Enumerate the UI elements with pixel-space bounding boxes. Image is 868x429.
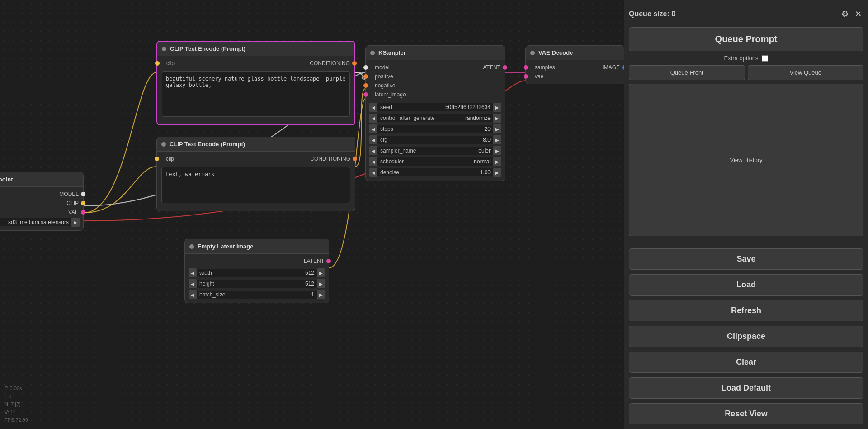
canvas-area[interactable]: ad Checkpoint MODEL CLIP VAE ckpt_name s… bbox=[0, 0, 624, 429]
ksampler-cfg-decr[interactable]: ◀ bbox=[369, 135, 377, 144]
extra-options-label: Extra options bbox=[724, 55, 759, 62]
ksampler-latent-output[interactable] bbox=[503, 65, 507, 70]
right-panel: Queue size: 0 ⚙ ✕ Queue Prompt Extra opt… bbox=[624, 0, 868, 429]
vae-decode-vae-port: vae bbox=[526, 72, 624, 81]
panel-header: Queue size: 0 ⚙ ✕ bbox=[629, 5, 863, 24]
clip-negative-clip-input[interactable] bbox=[155, 157, 159, 161]
latent-batch-incr[interactable]: ▶ bbox=[317, 290, 325, 299]
latent-height-incr[interactable]: ▶ bbox=[317, 279, 325, 288]
separator-1 bbox=[629, 242, 863, 242]
checkpoint-param-btn[interactable]: ▶ bbox=[71, 218, 80, 227]
latent-height-row: ◀ height 512 ▶ bbox=[185, 278, 329, 289]
clipspace-button[interactable]: Clipspace bbox=[629, 326, 863, 347]
vae-decode-header: VAE Decode bbox=[526, 46, 624, 60]
ksampler-cfg-incr[interactable]: ▶ bbox=[493, 135, 501, 144]
view-queue-button[interactable]: View Queue bbox=[748, 65, 864, 80]
ksampler-sampler-inner: sampler_name euler bbox=[377, 147, 493, 155]
close-icon-button[interactable]: ✕ bbox=[853, 7, 863, 21]
latent-width-decr[interactable]: ◀ bbox=[189, 268, 197, 277]
ksampler-latent-image-label: latent_image bbox=[375, 91, 406, 98]
latent-width-value: 512 bbox=[257, 270, 314, 276]
ksampler-positive-input[interactable] bbox=[363, 74, 368, 79]
ksampler-model-input[interactable] bbox=[363, 65, 368, 70]
ksampler-control-inner: control_after_generate randomize bbox=[377, 114, 493, 122]
clip-negative-body: clip CONDITIONING text, watermark bbox=[157, 152, 355, 211]
clip-negative-title: CLIP Text Encode (Prompt) bbox=[170, 141, 245, 148]
reset-view-button[interactable]: Reset View bbox=[629, 403, 863, 424]
checkpoint-title: ad Checkpoint bbox=[0, 176, 13, 183]
vae-decode-image-label: IMAGE bbox=[602, 64, 620, 71]
ksampler-sampler-incr[interactable]: ▶ bbox=[493, 146, 501, 155]
refresh-button[interactable]: Refresh bbox=[629, 300, 863, 321]
extra-options-checkbox[interactable] bbox=[762, 55, 768, 62]
clip-negative-conditioning-output[interactable] bbox=[353, 157, 357, 161]
checkpoint-vae-port: VAE bbox=[0, 208, 83, 217]
ksampler-scheduler-incr[interactable]: ▶ bbox=[493, 157, 501, 166]
stat-v: V: 14 bbox=[5, 409, 28, 417]
latent-output-dot[interactable] bbox=[326, 259, 331, 263]
panel-top-btns: Queue Front View Queue bbox=[629, 65, 863, 80]
ksampler-scheduler-label: scheduler bbox=[380, 158, 435, 165]
ksampler-sampler-label: sampler_name bbox=[380, 148, 435, 154]
latent-height-inner: height 512 bbox=[197, 280, 317, 288]
queue-prompt-button[interactable]: Queue Prompt bbox=[629, 27, 863, 51]
vae-decode-samples-input[interactable] bbox=[524, 65, 528, 70]
ksampler-latent-image-input[interactable] bbox=[363, 92, 368, 97]
ksampler-control-incr[interactable]: ▶ bbox=[493, 114, 501, 123]
vae-decode-node: VAE Decode samples IMAGE vae bbox=[525, 45, 625, 84]
ksampler-steps-inner: steps 20 bbox=[377, 125, 493, 133]
clear-button[interactable]: Clear bbox=[629, 352, 863, 373]
checkpoint-vae-dot[interactable] bbox=[81, 210, 85, 214]
clip-positive-conditioning-label: CONDITIONING bbox=[310, 60, 350, 67]
ksampler-denoise-decr[interactable]: ◀ bbox=[369, 168, 377, 177]
ksampler-seed-row: ◀ seed 508528682282634 ▶ bbox=[366, 102, 505, 113]
ksampler-positive-port: positive bbox=[366, 72, 505, 81]
view-history-button[interactable]: View History bbox=[629, 84, 863, 236]
checkpoint-model-dot[interactable] bbox=[81, 192, 85, 196]
checkpoint-param-value: sd3_medium.safetensors bbox=[8, 219, 69, 225]
checkpoint-clip-dot[interactable] bbox=[81, 201, 85, 205]
ksampler-latent-label: LATENT bbox=[480, 64, 500, 71]
ksampler-sampler-decr[interactable]: ◀ bbox=[369, 146, 377, 155]
ksampler-scheduler-decr[interactable]: ◀ bbox=[369, 157, 377, 166]
latent-batch-decr[interactable]: ◀ bbox=[189, 290, 197, 299]
latent-height-value: 512 bbox=[257, 281, 314, 287]
settings-icon-button[interactable]: ⚙ bbox=[840, 7, 850, 21]
clip-negative-header: CLIP Text Encode (Prompt) bbox=[157, 137, 355, 152]
load-button[interactable]: Load bbox=[629, 274, 863, 296]
clip-positive-title: CLIP Text Encode (Prompt) bbox=[170, 45, 245, 52]
ksampler-cfg-inner: cfg 8.0 bbox=[377, 136, 493, 144]
ksampler-control-value: randomize bbox=[435, 115, 491, 121]
load-default-button[interactable]: Load Default bbox=[629, 377, 863, 399]
clip-positive-textarea[interactable]: beautiful scenery nature glass bottle la… bbox=[162, 72, 350, 117]
queue-front-button[interactable]: Queue Front bbox=[629, 65, 745, 80]
checkpoint-clip-port: CLIP bbox=[0, 199, 83, 208]
ksampler-seed-decr[interactable]: ◀ bbox=[369, 103, 377, 112]
ksampler-negative-input[interactable] bbox=[363, 83, 368, 88]
ksampler-denoise-incr[interactable]: ▶ bbox=[493, 168, 501, 177]
save-button[interactable]: Save bbox=[629, 248, 863, 270]
stat-n: N: 7 [7] bbox=[5, 400, 28, 409]
clip-positive-clip-input[interactable] bbox=[155, 61, 160, 66]
clip-negative-clip-port: clip CONDITIONING bbox=[157, 154, 355, 163]
vae-decode-body: samples IMAGE vae bbox=[526, 60, 624, 84]
vae-decode-vae-input[interactable] bbox=[524, 74, 528, 79]
ksampler-steps-decr[interactable]: ◀ bbox=[369, 124, 377, 133]
ksampler-steps-incr[interactable]: ▶ bbox=[493, 124, 501, 133]
ksampler-negative-port: negative bbox=[366, 81, 505, 90]
latent-body: LATENT ◀ width 512 ▶ ◀ height 512 ▶ bbox=[185, 254, 329, 303]
ksampler-denoise-row: ◀ denoise 1.00 ▶ bbox=[366, 167, 505, 178]
clip-positive-conditioning-output[interactable] bbox=[352, 61, 357, 66]
latent-header: Empty Latent Image bbox=[185, 239, 329, 254]
clip-positive-node: CLIP Text Encode (Prompt) clip CONDITION… bbox=[156, 41, 355, 125]
stat-i: I: 0 bbox=[5, 393, 28, 401]
latent-dot bbox=[189, 244, 194, 249]
ksampler-control-decr[interactable]: ◀ bbox=[369, 114, 377, 123]
latent-batch-inner: batch_size 1 bbox=[197, 291, 317, 299]
ksampler-steps-label: steps bbox=[380, 126, 435, 132]
ksampler-seed-incr[interactable]: ▶ bbox=[493, 103, 501, 112]
latent-width-incr[interactable]: ▶ bbox=[317, 268, 325, 277]
ksampler-node: KSampler model LATENT positive negative … bbox=[365, 45, 505, 181]
latent-height-decr[interactable]: ◀ bbox=[189, 279, 197, 288]
clip-negative-textarea[interactable]: text, watermark bbox=[161, 167, 350, 203]
